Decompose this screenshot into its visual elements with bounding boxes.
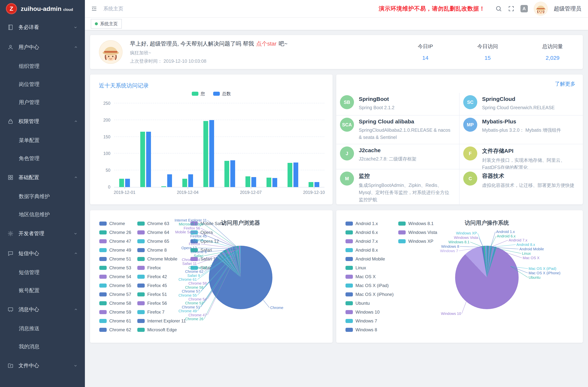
legend-item[interactable]: Windows 8.1: [398, 221, 434, 226]
bar[interactable]: [125, 179, 130, 187]
legend-item[interactable]: 总数: [213, 91, 231, 97]
menu-fold-icon[interactable]: [91, 5, 97, 12]
sidebar-subitem[interactable]: 用户管理: [0, 93, 85, 111]
sidebar-item-6[interactable]: 消息中心: [0, 300, 85, 320]
legend-item[interactable]: Chrome Mobile: [137, 256, 177, 262]
sidebar-item-2[interactable]: 权限管理: [0, 111, 85, 131]
bar-group[interactable]: [219, 103, 240, 187]
sidebar-item-4[interactable]: 开发者管理: [0, 224, 85, 244]
bar[interactable]: [188, 174, 193, 187]
legend-item[interactable]: Windows Vista: [398, 230, 437, 235]
breadcrumb[interactable]: 系统主页: [103, 5, 123, 12]
bar[interactable]: [273, 178, 277, 187]
app-logo[interactable]: Z zuihou-admin cloud: [0, 0, 85, 17]
legend-item[interactable]: Chrome 61: [99, 318, 131, 324]
fullscreen-icon[interactable]: [508, 5, 515, 12]
bar[interactable]: [209, 120, 214, 187]
bar-group[interactable]: [261, 103, 282, 187]
legend-item[interactable]: Internet Explorer 11: [137, 318, 186, 324]
legend-item[interactable]: Chrome 59: [99, 309, 131, 315]
bar-group[interactable]: [135, 103, 156, 187]
legend-item[interactable]: Ubuntu: [345, 301, 370, 306]
legend-item[interactable]: Firefox 56: [137, 301, 167, 306]
sidebar-subitem[interactable]: 地区信息维护: [0, 205, 85, 224]
legend-item[interactable]: Chrome 26: [99, 230, 131, 235]
bar-group[interactable]: [282, 103, 303, 187]
sidebar-subitem[interactable]: 岗位管理: [0, 75, 85, 93]
legend-item[interactable]: Chrome 57: [99, 292, 131, 297]
bar[interactable]: [246, 176, 250, 187]
star-link[interactable]: 点个star: [256, 41, 276, 47]
bar-group[interactable]: [177, 103, 198, 187]
bar-group[interactable]: [198, 103, 219, 187]
legend-item[interactable]: Windows 8: [345, 327, 377, 332]
bar[interactable]: [294, 163, 298, 187]
legend-item[interactable]: Chrome 58: [99, 301, 131, 306]
legend-item[interactable]: Windows XP: [398, 239, 433, 244]
tab-home[interactable]: 系统主页: [91, 19, 122, 29]
bar[interactable]: [230, 160, 235, 187]
sidebar-subitem[interactable]: 消息推送: [0, 320, 85, 338]
bar[interactable]: [315, 182, 319, 187]
sidebar-subitem[interactable]: 我的消息: [0, 338, 85, 356]
sidebar-subitem[interactable]: 数据字典维护: [0, 187, 85, 205]
sidebar-subitem[interactable]: 菜单配置: [0, 131, 85, 149]
bar[interactable]: [203, 121, 208, 187]
bar[interactable]: [146, 132, 151, 187]
legend-item[interactable]: Firefox 51: [137, 292, 167, 297]
bar-group[interactable]: [303, 103, 324, 187]
sidebar-item-3[interactable]: 基础配置: [0, 167, 85, 187]
bar[interactable]: [309, 182, 313, 187]
bar[interactable]: [140, 132, 145, 187]
legend-item[interactable]: Chrome 53: [99, 265, 131, 270]
bar[interactable]: [224, 161, 229, 187]
legend-item[interactable]: Mac OS X (iPad): [345, 283, 389, 288]
legend-item[interactable]: Android 1.x: [345, 221, 378, 226]
legend-item[interactable]: Chrome 49: [99, 247, 131, 253]
bar[interactable]: [267, 178, 271, 187]
sidebar-item-7[interactable]: 文件中心: [0, 356, 85, 376]
bar[interactable]: [167, 174, 172, 187]
os-pie[interactable]: [455, 246, 519, 309]
legend-item[interactable]: Firefox 45: [137, 283, 167, 288]
legend-item[interactable]: Android 8.x: [345, 247, 378, 253]
legend-item[interactable]: Android Mobile: [345, 256, 385, 262]
bar[interactable]: [161, 186, 166, 187]
legend-item[interactable]: Microsoft Edge: [137, 327, 177, 332]
bar-group[interactable]: [114, 103, 135, 187]
legend-item[interactable]: Chrome 8: [137, 247, 167, 253]
bar[interactable]: [182, 179, 187, 187]
legend-item[interactable]: Linux: [345, 265, 366, 270]
legend-item[interactable]: Android 7.x: [345, 239, 378, 244]
font-size-icon[interactable]: A: [521, 5, 528, 12]
sidebar-item-1[interactable]: 用户中心: [0, 37, 85, 57]
learn-more-link[interactable]: 了解更多: [555, 81, 575, 87]
user-avatar[interactable]: [534, 2, 548, 16]
legend-item[interactable]: Chrome 47: [99, 239, 131, 244]
legend-item[interactable]: Firefox: [137, 265, 161, 270]
bar[interactable]: [119, 179, 124, 187]
legend-item[interactable]: Firefox 7: [137, 309, 165, 315]
bar[interactable]: [288, 163, 292, 187]
legend-item[interactable]: Mac OS X: [345, 274, 376, 279]
legend-item[interactable]: Chrome 55: [99, 283, 131, 288]
legend-item[interactable]: Chrome 65: [137, 239, 169, 244]
sidebar-subitem[interactable]: 角色管理: [0, 149, 85, 167]
legend-item[interactable]: Chrome 54: [99, 274, 131, 279]
legend-item[interactable]: Chrome 63: [137, 221, 169, 226]
browser-pie[interactable]: [209, 246, 273, 309]
legend-item[interactable]: Chrome 64: [137, 230, 169, 235]
bar[interactable]: [251, 177, 256, 187]
sidebar-item-5[interactable]: 短信中心: [0, 244, 85, 264]
legend-item[interactable]: Windows 7: [345, 318, 377, 324]
search-icon[interactable]: [495, 5, 502, 12]
legend-item[interactable]: Android 6.x: [345, 230, 378, 235]
legend-item[interactable]: Chrome 51: [99, 256, 131, 262]
legend-item[interactable]: Mac OS X (iPhone): [345, 292, 394, 297]
legend-item[interactable]: Firefox 42: [137, 274, 167, 279]
sidebar-subitem[interactable]: 短信管理: [0, 264, 85, 282]
legend-item[interactable]: Chrome: [99, 221, 125, 226]
legend-item[interactable]: Windows 10: [345, 309, 380, 315]
legend-item[interactable]: 您: [192, 91, 205, 97]
bar-group[interactable]: [240, 103, 261, 187]
